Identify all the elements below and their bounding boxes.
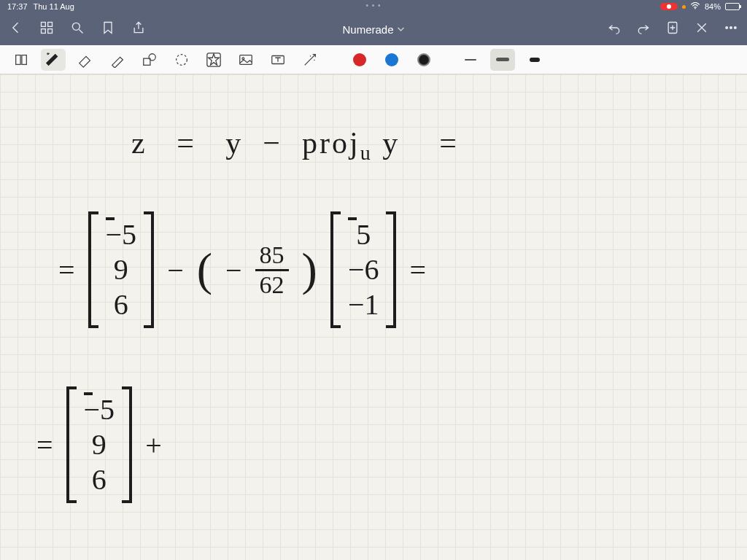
svg-rect-5 (48, 29, 53, 34)
laser-tool[interactable] (298, 49, 322, 71)
page-tool[interactable] (9, 49, 34, 71)
undo-button[interactable] (607, 20, 622, 38)
wifi-icon (690, 2, 700, 11)
svg-rect-12 (22, 55, 26, 64)
svg-point-10 (735, 27, 737, 29)
search-button[interactable] (70, 20, 85, 38)
chevron-down-icon (398, 26, 405, 33)
more-button[interactable] (724, 20, 738, 38)
screen-recording-indicator[interactable] (660, 3, 678, 10)
color-blue[interactable] (379, 49, 404, 71)
grid-button[interactable] (39, 20, 54, 38)
stroke-medium[interactable] (490, 49, 515, 71)
svg-rect-18 (240, 55, 252, 64)
color-red[interactable] (347, 49, 372, 71)
bookmark-button[interactable] (101, 20, 115, 38)
add-page-button[interactable] (665, 20, 680, 38)
svg-rect-11 (16, 55, 20, 64)
redo-button[interactable] (636, 20, 651, 38)
svg-rect-4 (42, 29, 46, 34)
lasso-tool[interactable] (169, 49, 194, 71)
svg-point-9 (730, 27, 732, 29)
svg-rect-2 (42, 23, 46, 27)
status-time: 17:37 (7, 2, 28, 11)
document-title[interactable]: Numerade (342, 23, 404, 36)
svg-point-15 (149, 53, 155, 60)
shapes-tool[interactable] (137, 49, 162, 71)
eraser-tool[interactable] (73, 49, 98, 71)
highlighter-tool[interactable] (105, 49, 130, 71)
stroke-thin[interactable] (458, 49, 483, 71)
mic-in-use-icon (682, 5, 686, 9)
vector-2: 5 −6 −1 (330, 213, 397, 327)
vector-1: −5 9 6 (88, 213, 155, 327)
back-button[interactable] (9, 20, 23, 38)
image-tool[interactable] (233, 49, 258, 71)
note-canvas[interactable]: z = y − proju y = = −5 9 6 − ( − 85 62 )… (0, 74, 747, 560)
svg-point-8 (726, 27, 728, 29)
stroke-thick[interactable] (522, 49, 547, 71)
vector-3: −5 9 6 (66, 388, 133, 502)
favorites-tool[interactable] (201, 49, 226, 71)
app-nav-bar: Numerade (0, 13, 747, 45)
textbox-tool[interactable] (266, 49, 290, 71)
document-title-label: Numerade (342, 23, 393, 36)
handwriting-line-2: = −5 9 6 − ( − 85 62 ) 5 −6 −1 = (58, 213, 426, 327)
handwriting-line-1: z = y − proju y = (131, 125, 459, 165)
svg-point-0 (667, 4, 671, 9)
battery-icon (725, 3, 740, 10)
drawing-toolbar (0, 45, 747, 74)
share-button[interactable] (131, 20, 146, 38)
close-button[interactable] (694, 20, 709, 38)
svg-rect-3 (48, 23, 53, 27)
svg-point-6 (72, 23, 80, 30)
handwriting-line-3: = −5 9 6 + (36, 388, 162, 502)
svg-point-16 (177, 54, 187, 65)
svg-point-13 (47, 52, 49, 54)
color-black[interactable] (411, 49, 436, 71)
svg-point-1 (694, 8, 696, 9)
battery-percent: 84% (705, 2, 721, 11)
status-bar: 17:37 Thu 11 Aug • • • 84% (0, 0, 747, 13)
svg-rect-14 (144, 58, 150, 65)
svg-point-19 (242, 57, 244, 59)
status-date: Thu 11 Aug (34, 2, 74, 11)
multitask-handle-icon[interactable]: • • • (365, 1, 381, 9)
pen-tool[interactable] (41, 49, 66, 71)
